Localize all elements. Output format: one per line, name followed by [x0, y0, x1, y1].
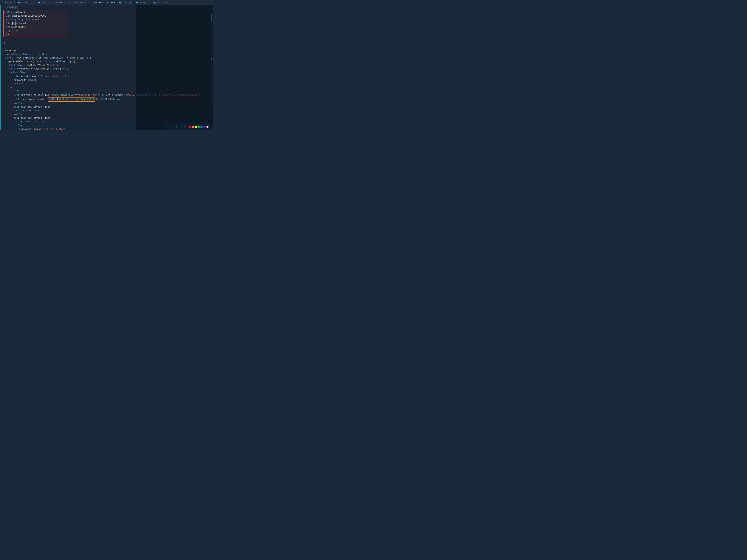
tab-label: Chid2.jsx: [139, 1, 150, 4]
color-green[interactable]: [198, 126, 200, 128]
tab-keys-map[interactable]: ⬡ keys.map() callback: [88, 0, 118, 5]
tab-label: ⬡ keys.map() callback: [89, 1, 115, 4]
tool-grid[interactable]: ⊞: [179, 125, 182, 129]
line-setstate: this.setState({: [4, 25, 67, 29]
tab-label: test1.jsx: [156, 1, 167, 4]
toolbar-divider: [187, 125, 187, 129]
render-keyword: render: [4, 49, 12, 53]
tab-label: Chid4.jsx >: [21, 1, 34, 4]
color-white[interactable]: [206, 126, 208, 128]
line-list-k: list[k]=phone1: [4, 22, 67, 25]
line-list-indent: | list: [4, 29, 67, 33]
right-overlay: [136, 5, 213, 130]
jsx-icon: [119, 2, 121, 3]
tab-chid4[interactable]: Chid4 >: [36, 0, 51, 5]
comment-text: //获取手机号: [4, 6, 19, 9]
line-let-phone: let phone1=18181811881999999: [4, 14, 67, 18]
line-gutter: [0, 5, 1, 130]
color-orange[interactable]: [192, 126, 194, 128]
jsx-icon: [19, 2, 20, 3]
getphone-highlight-block: getPhone=(k)=>{ let phone1=1818181188199…: [3, 10, 67, 37]
line-const-list: const {list}=this.state: [4, 18, 67, 22]
tab-chid2jsx[interactable]: Chid2.jsx: [135, 0, 152, 5]
color-black[interactable]: [209, 126, 211, 128]
color-red[interactable]: [189, 126, 191, 128]
tab-chid4jsx[interactable]: Chid4.jsx >: [17, 0, 36, 5]
tab-label: children >: [3, 1, 15, 4]
tab-chid1jsx[interactable]: Chid1.jsx: [118, 0, 135, 5]
scrollbar-thumb[interactable]: [211, 14, 212, 22]
tab-label: Chid4 >: [41, 1, 49, 4]
tab-bar: children > Chid4.jsx > Chid4 > ⬡ render …: [0, 0, 213, 5]
tab-formitems[interactable]: ⬡ formItems >: [68, 0, 87, 5]
color-blue[interactable]: [201, 126, 203, 128]
jsx-icon: [154, 2, 155, 3]
line-close-setstate: }): [4, 33, 67, 36]
color-purple[interactable]: [203, 126, 206, 128]
tab-render[interactable]: ⬡ render >: [51, 0, 68, 5]
tool-arrow-sw[interactable]: ↙: [171, 125, 174, 129]
tab-label: ⬡ formItems >: [69, 1, 85, 4]
jsx-icon: [38, 2, 40, 3]
expand-button[interactable]: >: [211, 58, 213, 61]
tool-close[interactable]: ✕: [183, 125, 186, 129]
code-editor: //获取手机号 getPhone=(k)=>{ let phone1=18181…: [0, 5, 213, 130]
tool-arrow-ne[interactable]: ↗: [167, 125, 170, 129]
gutter-accent: [0, 5, 1, 130]
onclick-highlight: onClick={(()=>this.getPhone(k))}: [48, 97, 95, 102]
tab-label: Chid1.jsx: [122, 1, 133, 4]
tab-test1jsx[interactable]: test1.jsx: [152, 0, 169, 5]
tab-breadcrumb-children[interactable]: children >: [1, 0, 17, 5]
tab-label: ⬡ render >: [53, 1, 66, 4]
jsx-icon: [136, 2, 138, 3]
line-getphone-open: getPhone=(k)=>{: [4, 10, 67, 14]
bottom-toolbar: ↗ ↙ T ⊞ ✕: [165, 123, 213, 130]
color-yellow[interactable]: [195, 126, 197, 128]
tool-text[interactable]: T: [175, 125, 178, 129]
